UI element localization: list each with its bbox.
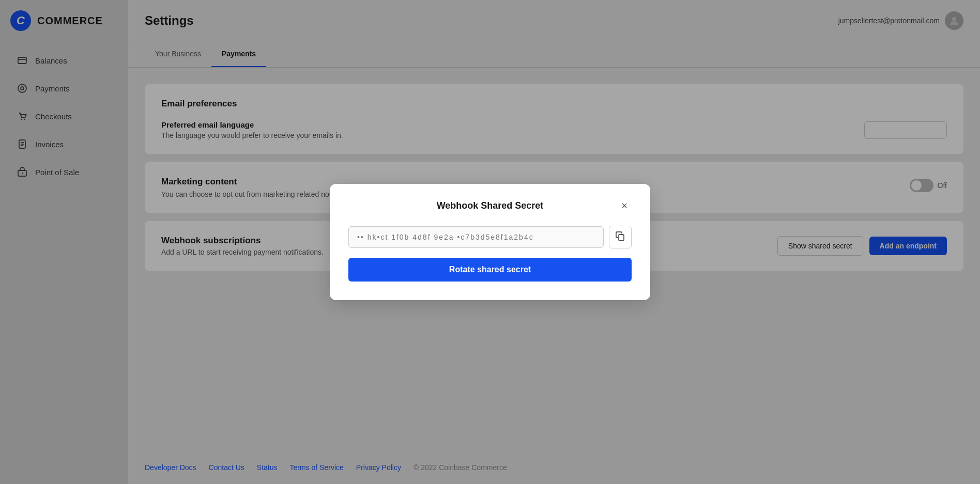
modal-header: Webhook Shared Secret × — [348, 200, 632, 211]
modal-title: Webhook Shared Secret — [437, 200, 544, 211]
webhook-secret-modal: Webhook Shared Secret × Rotate shared se… — [330, 184, 650, 300]
modal-overlay[interactable]: Webhook Shared Secret × Rotate shared se… — [0, 0, 980, 484]
svg-rect-13 — [619, 235, 624, 241]
copy-secret-button[interactable] — [609, 226, 632, 248]
rotate-secret-button[interactable]: Rotate shared secret — [348, 258, 632, 282]
copy-icon — [615, 231, 625, 244]
modal-secret-row — [348, 226, 632, 248]
modal-close-button[interactable]: × — [617, 199, 632, 213]
secret-input[interactable] — [348, 226, 604, 248]
